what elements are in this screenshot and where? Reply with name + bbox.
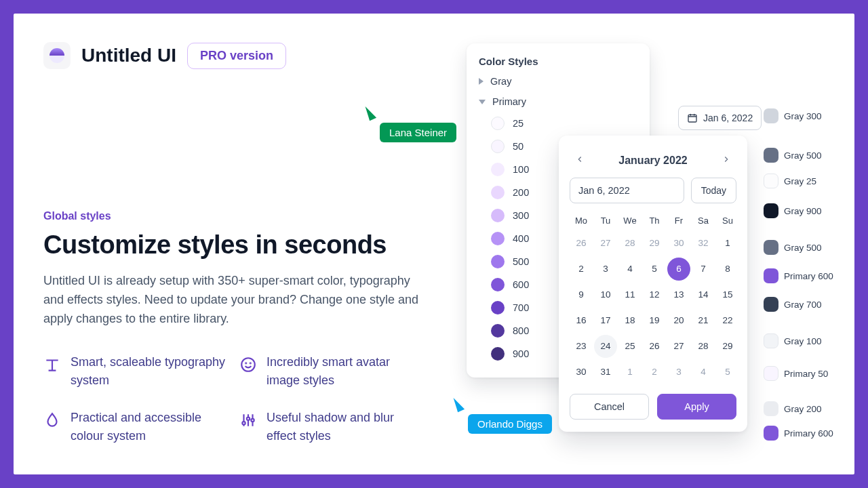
day-cell[interactable]: 27 [594,232,617,255]
date-input[interactable]: Jan 6, 2022 [570,178,684,203]
date-button[interactable]: Jan 6, 2022 [678,106,762,130]
day-cell[interactable]: 19 [643,309,666,332]
chevron-right-icon[interactable] [719,152,734,169]
style-chip[interactable]: Gray 300 [764,108,833,123]
swatch-label: 50 [513,141,524,152]
chip-swatch-icon [764,203,778,218]
chevron-right-icon [479,78,484,85]
day-cell[interactable]: 6 [667,258,690,281]
tree-item-gray[interactable]: Gray [467,71,650,92]
style-chip[interactable]: Primary 50 [764,366,833,381]
day-cell[interactable]: 12 [643,283,666,306]
feature-text: Smart, scaleable typography system [71,353,227,390]
day-cell[interactable]: 9 [570,283,593,306]
eyebrow: Global styles [43,210,423,222]
weekday-label: Tu [594,211,617,230]
day-cell[interactable]: 22 [716,309,739,332]
swatch-icon [491,301,505,314]
day-cell[interactable]: 2 [643,361,666,384]
color-swatch-row[interactable]: 25 [467,112,650,135]
day-cell[interactable]: 5 [716,361,739,384]
style-chip[interactable]: Gray 100 [764,333,833,348]
day-cell[interactable]: 8 [716,258,739,281]
day-cell[interactable]: 25 [618,335,642,358]
swatch-icon [491,140,505,153]
day-cell[interactable]: 28 [618,232,642,255]
style-chip[interactable]: Gray 500 [764,240,833,255]
svg-point-1 [245,363,246,363]
day-cell[interactable]: 3 [594,258,617,281]
apply-button[interactable]: Apply [657,394,736,420]
cursor-icon [452,396,465,413]
day-cell[interactable]: 17 [594,309,617,332]
datepicker: January 2022 Jan 6, 2022 Today MoTuWeThF… [559,136,747,432]
style-chip[interactable]: Gray 200 [764,401,833,416]
day-cell[interactable]: 21 [692,309,715,332]
swatch-icon [491,255,505,268]
day-cell[interactable]: 30 [570,361,593,384]
day-cell[interactable]: 4 [618,258,642,281]
style-chip[interactable]: Gray 25 [764,174,833,188]
day-cell[interactable]: 31 [594,361,617,384]
style-chip[interactable]: Primary 600 [764,426,833,441]
day-cell[interactable]: 10 [594,283,617,306]
day-cell[interactable]: 24 [594,335,617,358]
chip-swatch-icon [764,108,778,123]
day-cell[interactable]: 5 [643,258,666,281]
style-chip[interactable]: Gray 700 [764,297,833,312]
day-cell[interactable]: 4 [692,361,715,384]
day-cell[interactable]: 26 [643,335,666,358]
svg-point-4 [247,417,250,420]
collaborator-cursor-blue: Orlando Diggs [454,396,552,434]
day-cell[interactable]: 32 [692,232,715,255]
day-cell[interactable]: 11 [618,283,642,306]
collaborator-name: Lana Steiner [380,123,456,142]
day-cell[interactable]: 15 [716,283,739,306]
day-cell[interactable]: 16 [570,309,593,332]
chip-swatch-icon [764,268,778,283]
day-cell[interactable]: 13 [667,283,690,306]
day-cell[interactable]: 29 [716,335,739,358]
style-chip[interactable]: Gray 500 [764,148,833,163]
day-cell[interactable]: 7 [692,258,715,281]
day-cell[interactable]: 28 [692,335,715,358]
day-cell[interactable]: 23 [570,335,593,358]
style-chip[interactable]: Primary 600 [764,268,833,283]
day-cell[interactable]: 29 [643,232,666,255]
day-cell[interactable]: 30 [667,232,690,255]
date-button-label: Jan 6, 2022 [703,113,753,123]
collaborator-name: Orlando Diggs [468,414,552,434]
brand-name: Untitled UI [81,45,176,66]
swatch-icon [491,324,505,338]
feature-text: Useful shadow and blur effect styles [267,409,423,445]
sliders-icon [239,411,257,429]
day-cell[interactable]: 14 [692,283,715,306]
cancel-button[interactable]: Cancel [570,394,649,420]
tree-label: Gray [490,76,511,87]
tree-item-primary[interactable]: Primary [467,92,650,112]
type-icon [43,356,61,373]
day-cell[interactable]: 1 [618,361,642,384]
svg-point-3 [242,422,245,424]
chip-swatch-icon [764,174,778,188]
weekday-label: Fr [667,211,690,230]
chevron-left-icon[interactable] [572,152,587,169]
day-cell[interactable]: 1 [716,232,739,255]
weekday-label: Sa [692,211,715,230]
feature-text: Practical and accessible colour system [71,409,227,445]
day-cell[interactable]: 18 [618,309,642,332]
swatch-icon [491,278,505,291]
day-cell[interactable]: 27 [667,335,690,358]
day-cell[interactable]: 26 [570,232,593,255]
day-cell[interactable]: 20 [667,309,690,332]
swatch-icon [491,186,505,199]
day-cell[interactable]: 3 [667,361,690,384]
svg-point-5 [251,419,254,422]
style-chip[interactable]: Gray 900 [764,203,833,218]
weekday-label: Su [716,211,739,230]
chip-label: Gray 200 [784,404,822,414]
today-button[interactable]: Today [691,178,736,203]
pro-version-badge[interactable]: PRO version [187,43,286,69]
chevron-down-icon [479,100,486,104]
day-cell[interactable]: 2 [570,258,593,281]
